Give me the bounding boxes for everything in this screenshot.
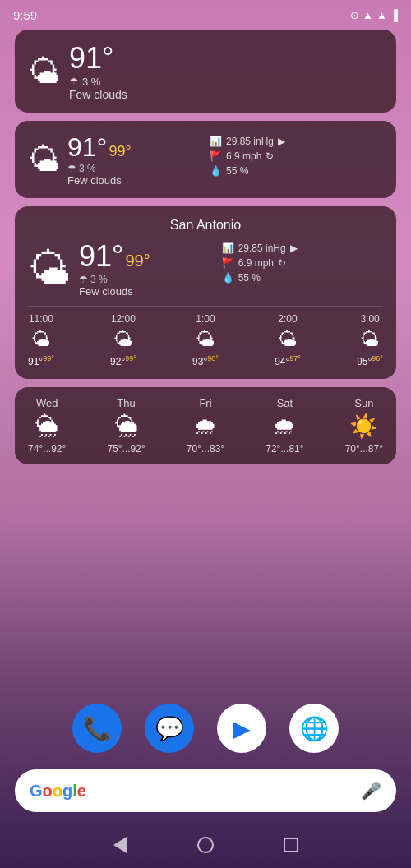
umbrella-icon-small: ☂ (69, 76, 79, 88)
play-store-app-icon[interactable]: ▶ (217, 704, 266, 753)
status-icons: ⊙ ▲ ▲ ▐ (350, 9, 398, 21)
large-pressure-stat: 📊 29.85 inHg ▶ (222, 242, 383, 254)
hour-time: 2:00 (278, 313, 297, 325)
day-item: Thu 🌦 75°...92° (107, 397, 145, 455)
hour-temp: 95°96° (357, 354, 383, 367)
widget-medium-inner: 🌤 91° 99° ☂ 3 % Few clouds 📊 29.85 inHg … (28, 132, 383, 187)
desc-large: Few clouds (79, 285, 150, 298)
day-icon: 🌧 (194, 413, 217, 440)
day-temp: 74°...92° (28, 443, 66, 455)
status-network-icon: ▲ (376, 9, 387, 21)
day-icon: 🌧 (273, 413, 296, 440)
day-item: Sun ☀️ 70°...87° (345, 397, 383, 455)
recents-icon (284, 838, 298, 852)
google-logo: Google (30, 782, 86, 801)
umbrella-icon-large: ☂ (79, 274, 88, 285)
home-button[interactable] (196, 835, 215, 855)
weather-info-large: 91° 99° ☂ 3 % Few clouds (79, 239, 150, 298)
day-icon: ☀️ (349, 413, 378, 440)
phone-icon: 📞 (83, 715, 112, 742)
day-temp: 72°...81° (266, 443, 303, 455)
messages-icon: 💬 (155, 715, 184, 742)
phone-app-icon[interactable]: 📞 (72, 704, 122, 753)
day-name: Fri (199, 397, 211, 409)
day-item: Sat 🌧 72°...81° (266, 397, 303, 455)
app-row: 📞 💬 ▶ 🌐 (0, 704, 411, 753)
weather-icon-medium: 🌤 (28, 141, 61, 178)
pressure-stat: 📊 29.85 inHg ▶ (210, 136, 383, 147)
hour-temp: 94°97° (275, 354, 301, 367)
large-pressure-icon: 📊 (222, 242, 234, 254)
search-bar[interactable]: Google 🎤 (15, 769, 396, 812)
status-bar: 9:59 ⊙ ▲ ▲ ▐ (0, 0, 411, 26)
day-item: Fri 🌧 70°...83° (187, 397, 224, 455)
description-small: Few clouds (69, 88, 127, 101)
wind-icon: 🚩 (210, 150, 222, 162)
wind-stat: 🚩 6.9 mph ↻ (210, 150, 383, 162)
hour-icon: 🌤 (360, 328, 380, 351)
humidity-stat: 💧 55 % (210, 165, 383, 177)
messages-app-icon[interactable]: 💬 (145, 704, 194, 753)
hourly-row: 11:00 🌤 91°99° 12:00 🌤 92°99° 1:00 🌤 93°… (28, 306, 383, 367)
large-humidity-stat: 💧 55 % (222, 272, 383, 284)
hour-time: 3:00 (360, 313, 379, 325)
weather-widget-small[interactable]: 🌤 91° ☂ 3 % Few clouds (15, 30, 396, 113)
large-top-row: 🌤 91° 99° ☂ 3 % Few clouds 📊 29.85 inHg … (28, 239, 383, 298)
wind-rotate-icon: ↻ (266, 150, 274, 162)
widget-medium-right: 📊 29.85 inHg ▶ 🚩 6.9 mph ↻ 💧 55 % (210, 132, 383, 180)
weather-icon-small: 🌤 (28, 55, 61, 88)
hour-item: 12:00 🌤 92°99° (110, 313, 136, 367)
hour-temp: 91°99° (28, 354, 54, 367)
hour-time: 11:00 (29, 313, 53, 325)
recents-button[interactable] (281, 835, 301, 855)
chrome-icon: 🌐 (300, 715, 329, 742)
day-name: Wed (36, 397, 58, 409)
day-icon: 🌦 (115, 413, 138, 440)
chrome-app-icon[interactable]: 🌐 (289, 704, 339, 753)
weather-info-small: 91° ☂ 3 % Few clouds (69, 41, 127, 101)
temp-high-large: 99° (125, 252, 150, 270)
temp-high-medium: 99° (109, 143, 131, 160)
nav-bar (0, 822, 411, 868)
precip-small: ☂ 3 % (69, 76, 127, 88)
large-wind-stat: 🚩 6.9 mph ↻ (222, 257, 383, 269)
temp-large: 91° (79, 239, 123, 274)
precip-medium: ☂ 3 % (67, 163, 132, 174)
day-item: Wed 🌦 74°...92° (28, 397, 66, 455)
pressure-arrow: ▶ (278, 136, 285, 147)
day-name: Thu (117, 397, 135, 409)
city-name: San Antonio (28, 218, 383, 233)
temp-medium: 91° (67, 132, 107, 163)
weather-widget-weekly[interactable]: Wed 🌦 74°...92° Thu 🌦 75°...92° Fri 🌧 70… (15, 387, 396, 464)
large-wind-icon: 🚩 (222, 257, 234, 269)
large-left: 🌤 91° 99° ☂ 3 % Few clouds (28, 239, 222, 298)
mic-icon[interactable]: 🎤 (361, 781, 381, 801)
large-right: 📊 29.85 inHg ▶ 🚩 6.9 mph ↻ 💧 55 % (222, 239, 383, 287)
hour-icon: 🌤 (278, 328, 298, 351)
day-temp: 70°...83° (187, 443, 224, 455)
play-store-icon: ▶ (233, 715, 251, 742)
hour-item: 11:00 🌤 91°99° (28, 313, 54, 367)
hour-time: 12:00 (111, 313, 136, 325)
hour-item: 3:00 🌤 95°96° (357, 313, 383, 367)
hour-icon: 🌤 (113, 328, 133, 351)
hour-time: 1:00 (196, 313, 215, 325)
umbrella-icon-medium: ☂ (67, 163, 76, 174)
home-icon (197, 837, 214, 853)
status-time: 9:59 (13, 8, 37, 22)
widget-medium-left: 🌤 91° 99° ☂ 3 % Few clouds (28, 132, 201, 187)
desc-medium: Few clouds (67, 174, 132, 187)
back-icon (113, 837, 127, 853)
weather-widget-medium[interactable]: 🌤 91° 99° ☂ 3 % Few clouds 📊 29.85 inHg … (15, 121, 396, 198)
day-temp: 75°...92° (107, 443, 145, 455)
hour-icon: 🌤 (31, 328, 51, 351)
weather-widget-large[interactable]: San Antonio 🌤 91° 99° ☂ 3 % Few clouds 📊… (15, 206, 396, 379)
weather-info-medium: 91° 99° ☂ 3 % Few clouds (67, 132, 132, 187)
status-signal-icon: ⊙ (350, 9, 359, 21)
back-button[interactable] (110, 835, 130, 855)
day-icon: 🌦 (35, 413, 58, 440)
humidity-icon: 💧 (210, 165, 222, 177)
hour-temp: 93°98° (192, 354, 219, 367)
pressure-icon: 📊 (210, 136, 222, 147)
hour-temp: 92°99° (110, 354, 136, 367)
